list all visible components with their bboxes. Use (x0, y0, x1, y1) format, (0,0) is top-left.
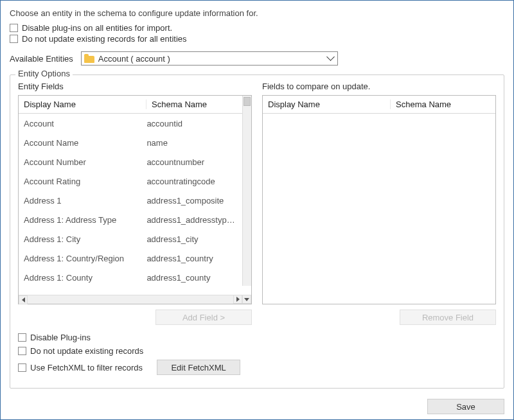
chevron-down-icon (328, 57, 333, 60)
cell-display-name: Account Rating (19, 177, 141, 186)
compare-fields-grid[interactable]: Display Name Schema Name (262, 95, 496, 304)
scrollbar-thumb[interactable] (244, 97, 251, 106)
save-row: Save (427, 399, 504, 414)
cell-display-name: Address 1: Address Type (19, 215, 141, 225)
cell-display-name: Account Name (19, 138, 141, 148)
cell-display-name: Address 1 (19, 196, 141, 206)
use-fetchxml-checkbox[interactable] (18, 363, 26, 372)
table-row[interactable]: Address 1: Address Typeaddress1_addresst… (19, 210, 242, 229)
save-button[interactable]: Save (427, 399, 504, 414)
cell-display-name: Account Number (19, 157, 141, 167)
folder-icon (84, 54, 94, 63)
edit-fetchxml-button[interactable]: Edit FetchXML (157, 360, 240, 375)
available-entities-label: Available Entities (10, 54, 73, 64)
cell-display-name: Address 1: County (19, 273, 141, 283)
entity-fields-col: Entity Fields Display Name Schema Name A… (18, 82, 252, 325)
entity-select[interactable]: Account ( account ) (81, 51, 338, 66)
disable-plugins-all-checkbox[interactable] (10, 24, 18, 32)
header-display-name[interactable]: Display Name (19, 100, 146, 109)
compare-fields-header: Display Name Schema Name (263, 96, 495, 114)
cell-display-name: Address 1: City (19, 234, 141, 244)
table-row[interactable]: Account Ratingaccountratingcode (19, 171, 242, 191)
use-fetchxml-label: Use FetchXML to filter records (30, 363, 143, 372)
cell-schema-name: address1_city (141, 234, 242, 244)
header-schema-name-2[interactable]: Schema Name (391, 100, 495, 109)
cell-schema-name: address1_composite (141, 196, 242, 206)
remove-field-row: Remove Field (262, 310, 496, 325)
table-row[interactable]: Address 1address1_composite (19, 191, 242, 210)
entity-fields-grid[interactable]: Display Name Schema Name Accountaccounti… (18, 95, 252, 304)
no-update-label: Do not update existing records (30, 346, 143, 356)
fields-columns: Entity Fields Display Name Schema Name A… (18, 82, 496, 325)
cell-schema-name: accountnumber (141, 157, 242, 167)
no-update-row[interactable]: Do not update existing records (18, 346, 496, 356)
instruction-text: Choose an entity in the schema to config… (10, 8, 504, 18)
disable-plugins-row[interactable]: Disable Plug-ins (18, 333, 496, 342)
header-display-name-2[interactable]: Display Name (263, 100, 391, 109)
cell-schema-name: address1_county (141, 273, 242, 283)
entity-fields-title: Entity Fields (18, 82, 252, 91)
entity-options-block: Disable Plug-ins Do not update existing … (18, 333, 496, 375)
use-fetchxml-row: Use FetchXML to filter records Edit Fetc… (18, 360, 496, 375)
cell-display-name: Account (19, 119, 141, 128)
entity-fields-header: Display Name Schema Name (19, 96, 251, 114)
table-row[interactable]: Address 1: Cityaddress1_city (19, 229, 242, 249)
available-entities-row: Available Entities Account ( account ) (10, 51, 504, 66)
table-row[interactable]: Account Namename (19, 133, 242, 152)
header-schema-name[interactable]: Schema Name (146, 100, 251, 109)
vertical-scrollbar[interactable] (242, 96, 251, 286)
horizontal-scrollbar[interactable] (19, 295, 233, 304)
entity-select-value: Account ( account ) (98, 54, 170, 64)
config-window: Choose an entity in the schema to config… (0, 0, 514, 420)
compare-fields-body (263, 114, 495, 304)
scroll-right-button[interactable] (233, 295, 242, 304)
no-update-checkbox[interactable] (18, 347, 26, 355)
cell-display-name: Address 1: Country/Region (19, 254, 141, 263)
cell-schema-name: address1_country (141, 254, 242, 263)
table-row[interactable]: Account Numberaccountnumber (19, 152, 242, 171)
content-area: Choose an entity in the schema to config… (1, 1, 513, 399)
scroll-left-button[interactable] (19, 295, 28, 304)
table-row[interactable]: Address 1: Countyaddress1_county (19, 268, 242, 287)
disable-plugins-label: Disable Plug-ins (30, 333, 91, 342)
cell-schema-name: address1_addresstypecode (141, 215, 242, 225)
disable-plugins-all-label: Disable plug-ins on all entities for imp… (22, 23, 172, 33)
compare-fields-col: Fields to compare on update. Display Nam… (262, 82, 496, 325)
no-update-all-label: Do not update existing records for all e… (22, 34, 187, 44)
table-row[interactable]: Address 1: Country/Regionaddress1_countr… (19, 249, 242, 268)
cell-schema-name: accountratingcode (141, 177, 242, 186)
entity-options-legend: Entity Options (15, 69, 73, 78)
remove-field-button[interactable]: Remove Field (400, 310, 496, 325)
table-row[interactable]: Accountaccountid (19, 114, 242, 133)
no-update-all-row[interactable]: Do not update existing records for all e… (10, 34, 504, 44)
add-field-row: Add Field > (18, 310, 252, 325)
add-field-button[interactable]: Add Field > (155, 310, 252, 325)
disable-plugins-checkbox[interactable] (18, 333, 26, 342)
no-update-all-checkbox[interactable] (10, 35, 18, 43)
compare-fields-title: Fields to compare on update. (262, 82, 496, 91)
cell-schema-name: accountid (141, 119, 242, 128)
entity-fields-body: AccountaccountidAccount NamenameAccount … (19, 114, 251, 287)
entity-options-fieldset: Entity Options Entity Fields Display Nam… (10, 74, 504, 389)
disable-plugins-all-row[interactable]: Disable plug-ins on all entities for imp… (10, 23, 504, 33)
scroll-down-button[interactable] (242, 295, 251, 304)
cell-schema-name: name (141, 138, 242, 148)
